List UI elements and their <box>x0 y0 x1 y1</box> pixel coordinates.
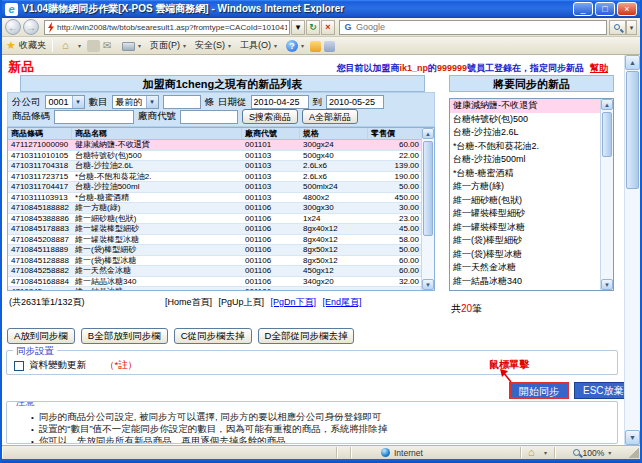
restore-button[interactable]: □ <box>595 2 615 16</box>
search-box[interactable]: G <box>339 20 607 35</box>
safety-menu[interactable]: 安全(S) ▾ <box>192 38 234 53</box>
count-input[interactable] <box>163 95 201 109</box>
tools-menu[interactable]: 工具(O) ▾ <box>237 38 280 53</box>
sync-list-item[interactable]: 維一細砂糖(包狀) <box>450 194 600 208</box>
branch-select[interactable]: 0001 ▾ <box>45 95 85 109</box>
resize-grip[interactable] <box>629 448 639 458</box>
end-page-link[interactable]: [End尾頁] <box>323 297 362 307</box>
scroll-up-icon[interactable]: ▲ <box>601 99 613 110</box>
start-sync-button[interactable]: 開始同步 <box>509 382 569 399</box>
sync-list-item[interactable]: 維一(袋)棒型冰糖 <box>450 248 600 262</box>
login-status-mid: 的 <box>428 63 437 73</box>
sync-list-item[interactable]: 健康減納鹽-不收退貨 <box>450 99 600 113</box>
page-title: 新品 <box>8 58 34 76</box>
url-input[interactable] <box>57 21 287 33</box>
printer-icon <box>122 42 135 51</box>
help-menu[interactable]: ? ▾ <box>283 39 307 53</box>
page-menu[interactable]: 页面(P) ▾ <box>147 38 189 53</box>
barcode-input[interactable] <box>54 110 134 124</box>
print-button[interactable]: ▾ <box>119 39 144 52</box>
scroll-thumb[interactable] <box>626 71 639 189</box>
mail-icon[interactable]: ✉ <box>103 40 116 52</box>
sync-list-item[interactable]: 台糖-沙拉油500ml <box>450 153 600 167</box>
favorites-label[interactable]: 收藏夹 <box>19 39 46 52</box>
order-select[interactable]: 最前的 ▾ <box>112 95 159 109</box>
scroll-thumb[interactable] <box>602 112 612 157</box>
browser-window: e V1.04購物網同步作業[X-POS 雲端商務網] - Windows In… <box>0 0 642 463</box>
sync-list-item[interactable]: 台糖-沙拉油2.6L <box>450 126 600 140</box>
table-row[interactable]: 4710845188882維一方糖(綠)001106300gx3030.00 <box>8 203 421 214</box>
address-dropdown-button[interactable]: ▾ <box>291 20 305 35</box>
action-button-d[interactable]: D全部從同步欄去掉 <box>258 328 355 344</box>
close-button[interactable]: × <box>617 2 637 16</box>
sync-list-item[interactable]: 維一方糖(綠) <box>450 180 600 194</box>
search-dropdown-button[interactable]: ▾ <box>626 20 637 35</box>
forward-button[interactable]: → <box>23 19 39 35</box>
vendor-input[interactable] <box>180 110 238 124</box>
table-row[interactable]: 4710311723715*台糖-不飽和葵花油2.0011032.6Lx6190… <box>8 172 421 183</box>
scroll-up-icon[interactable]: ▲ <box>625 55 640 70</box>
scroll-down-icon[interactable]: ▼ <box>625 430 640 445</box>
zoom-control[interactable]: 100% ▾ <box>555 447 629 458</box>
sync-list-item[interactable]: 維一(袋)棒型細砂 <box>450 234 600 248</box>
table-row[interactable]: 4710311704417台糖-沙拉油500ml001103500mlx2450… <box>8 182 421 193</box>
sync-list-item[interactable]: 維一罐裝棒型細砂 <box>450 207 600 221</box>
pgdn-page-link[interactable]: [PgDn下頁] <box>271 297 317 307</box>
action-button-c[interactable]: C從同步欄去掉 <box>174 328 252 344</box>
date-to-label: 到 <box>313 96 323 109</box>
scroll-up-icon[interactable]: ▲ <box>422 128 434 139</box>
action-button-b[interactable]: B全部放到同步欄 <box>81 328 168 344</box>
sync-settings-legend: 同步設置 <box>13 345 57 358</box>
notice-legend: 注意 <box>13 401 38 409</box>
date-from-input[interactable] <box>251 95 309 109</box>
sync-list-item[interactable]: 維一罐裝棒型冰糖 <box>450 221 600 235</box>
back-button[interactable]: ← <box>5 19 21 35</box>
table-row[interactable]: 4710311010105台糖特號砂(包)500001103500gx4022.… <box>8 151 421 162</box>
sync-list-item[interactable]: *台糖-不飽和葵花油2. <box>450 140 600 154</box>
sync-list-item[interactable]: *台糖-糖蜜酒精 <box>450 167 600 181</box>
stop-button[interactable]: × <box>321 20 335 35</box>
action-button-a[interactable]: A放到同步欄 <box>7 328 75 344</box>
help-link[interactable]: 幫助 <box>590 63 608 73</box>
search-button[interactable] <box>609 20 626 35</box>
table-row[interactable]: 4710845128888維一(袋)棒型冰糖0011068gx50x1260.0… <box>8 256 421 267</box>
page-scrollbar[interactable]: ▲ ▼ <box>624 55 640 445</box>
sync-list-item[interactable]: 維一結晶冰糖340 <box>450 275 600 289</box>
table-row[interactable]: 4711271000090健康減納鹽-不收退貨001101300gx2460.0… <box>8 140 421 151</box>
home-button[interactable]: ⌂ ▾ <box>59 39 84 53</box>
table-row[interactable]: 4710845168884維一結晶冰糖340001106340gx2032.00 <box>8 277 421 288</box>
table-row[interactable]: 4710311103913*台糖-糖蜜酒精0011034800x2450.00 <box>8 193 421 204</box>
table-row[interactable]: 4710845178883維一罐裝棒型細砂0011068gx40x1245.00 <box>8 224 421 235</box>
table-row[interactable]: 4710845118889維一(袋)棒型細砂0011068gx50x1250.0… <box>8 245 421 256</box>
sync-count-suffix: 筆 <box>472 303 482 314</box>
minimize-button[interactable]: _ <box>573 2 593 16</box>
search-input[interactable] <box>356 21 603 33</box>
scroll-down-icon[interactable]: ▼ <box>601 279 613 290</box>
feed-icon[interactable] <box>87 40 100 52</box>
date-from-label: 日期從 <box>218 96 247 109</box>
refresh-button[interactable]: ↻ <box>306 20 320 35</box>
all-new-products-button[interactable]: A全部新品 <box>302 109 358 124</box>
cell-vendor: 001103 <box>242 161 300 171</box>
data-update-label: 資料變動更新 <box>29 359 86 372</box>
table-row[interactable]: 4710845208887維一罐裝棒型冰糖0011068gx40x1258.00 <box>8 235 421 246</box>
search-products-button[interactable]: S搜索商品 <box>242 109 298 124</box>
address-bar[interactable] <box>44 20 290 35</box>
date-to-input[interactable] <box>326 95 384 109</box>
toolbar-extra-icon-1[interactable] <box>310 41 321 52</box>
sync-list-item[interactable]: 維一天然金冰糖 <box>450 261 600 275</box>
toolbar-extra-icon-2[interactable] <box>324 41 335 52</box>
sync-scrollbar[interactable]: ▲ ▼ <box>600 99 613 290</box>
cell-vendor: 001106 <box>242 214 300 224</box>
sync-list-item[interactable]: 台糖特號砂(包)500 <box>450 113 600 127</box>
table-scrollbar[interactable]: ▲ ▼ <box>421 128 434 290</box>
table-row[interactable]: 4710311704318台糖-沙拉油2.6L0011032.6Lx6139.0… <box>8 161 421 172</box>
table-row[interactable]: 4710845維一結晶冰糖001106 <box>8 287 421 290</box>
protected-mode-button[interactable]: ⌂ ▾ <box>521 447 555 458</box>
table-row[interactable]: 4710845258882維一天然金冰糖001106450gx1260.00 <box>8 266 421 277</box>
table-row[interactable]: 4710845388886維一細砂糖(包狀)0011061x2423.00 <box>8 214 421 225</box>
scroll-thumb[interactable] <box>423 141 433 236</box>
data-update-checkbox[interactable] <box>14 361 24 371</box>
favorites-star-icon[interactable]: ★ <box>6 39 16 52</box>
scroll-down-icon[interactable]: ▼ <box>422 279 434 290</box>
